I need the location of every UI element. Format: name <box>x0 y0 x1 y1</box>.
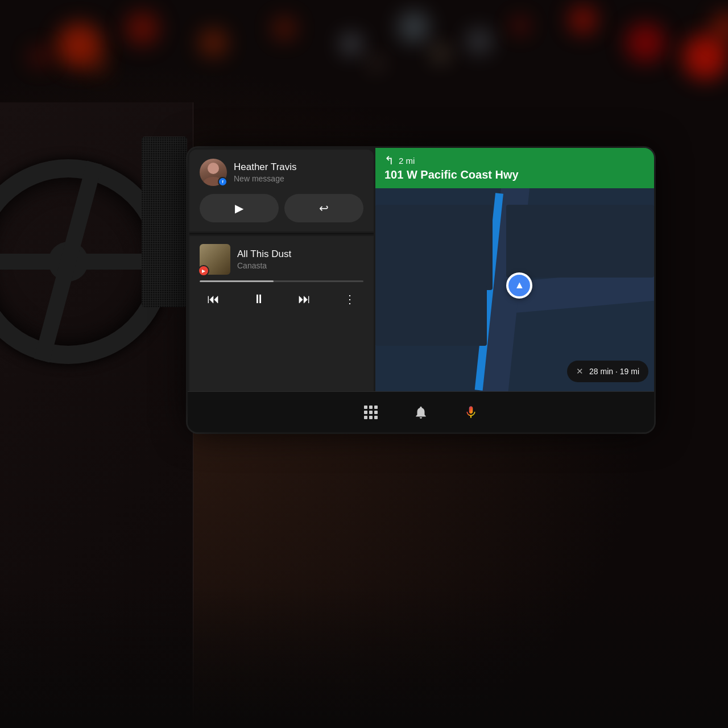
infotainment-screen: f Heather Travis New message ▶ ↩ <box>188 148 654 432</box>
bokeh-light <box>341 34 361 54</box>
bokeh-light <box>125 11 159 46</box>
map-block-3 <box>375 285 487 346</box>
contact-info: f Heather Travis New message <box>200 159 363 186</box>
bokeh-light <box>370 57 382 69</box>
reply-icon: ↩ <box>319 201 329 215</box>
music-card[interactable]: ▶ All This Dust Canasta ⏮ <box>189 236 374 391</box>
map-block-2 <box>506 205 654 278</box>
pause-button[interactable]: ⏸ <box>247 288 270 311</box>
notifications-button[interactable] <box>407 399 435 426</box>
eta-text: 28 min · 19 mi <box>589 367 639 376</box>
eta-card[interactable]: ✕ 28 min · 19 mi <box>567 361 648 382</box>
bell-icon <box>413 405 428 420</box>
song-title: All This Dust <box>237 249 291 260</box>
bokeh-light <box>569 6 597 34</box>
message-subtitle: New message <box>234 174 297 183</box>
play-message-button[interactable]: ▶ <box>200 194 279 222</box>
car-interior <box>0 102 193 728</box>
microphone-icon <box>464 405 478 420</box>
apps-grid-icon <box>364 406 378 419</box>
bokeh-light <box>91 57 108 74</box>
message-actions: ▶ ↩ <box>200 194 363 222</box>
map-block-1 <box>375 205 493 290</box>
skip-back-icon: ⏮ <box>207 292 220 307</box>
bokeh-light <box>398 11 429 43</box>
youtube-music-badge: ▶ <box>198 265 209 276</box>
turn-arrow-icon: ↰ <box>384 154 394 167</box>
contact-name: Heather Travis <box>234 162 297 173</box>
bokeh-light <box>626 23 665 63</box>
card-separator <box>189 233 374 234</box>
more-options-button[interactable]: ⋮ <box>338 288 361 311</box>
navigation-banner: ↰ 2 mi 101 W Pacific Coast Hwy <box>375 148 654 188</box>
nav-street-text: 101 W Pacific Coast Hwy <box>384 168 645 181</box>
bottom-nav-bar <box>188 391 654 432</box>
skip-forward-button[interactable]: ⏭ <box>293 288 316 311</box>
message-card[interactable]: f Heather Travis New message ▶ ↩ <box>189 150 374 231</box>
music-text: All This Dust Canasta <box>237 249 291 270</box>
progress-fill <box>200 280 274 282</box>
bokeh-light <box>432 46 448 61</box>
pause-icon: ⏸ <box>253 292 265 307</box>
skip-forward-icon: ⏭ <box>298 292 311 307</box>
artist-name: Canasta <box>237 261 291 270</box>
bokeh-light <box>466 28 492 54</box>
album-art: ▶ <box>200 244 230 275</box>
contact-text-info: Heather Travis New message <box>234 162 297 183</box>
play-icon: ▶ <box>235 201 243 215</box>
messenger-badge: f <box>218 177 228 187</box>
bokeh-light <box>28 46 51 68</box>
speaker-grille <box>142 136 187 307</box>
music-info: ▶ All This Dust Canasta <box>200 244 363 275</box>
navigation-arrow-icon: ▲ <box>514 279 524 291</box>
screen-content: f Heather Travis New message ▶ ↩ <box>188 148 654 391</box>
left-panel: f Heather Travis New message ▶ ↩ <box>188 148 375 391</box>
reply-button[interactable]: ↩ <box>284 194 363 222</box>
progress-bar[interactable] <box>200 280 363 282</box>
bokeh-light <box>512 17 529 34</box>
microphone-button[interactable] <box>457 399 485 426</box>
bokeh-light <box>273 17 296 40</box>
skip-back-button[interactable]: ⏮ <box>202 288 225 311</box>
apps-button[interactable] <box>357 399 384 426</box>
more-icon: ⋮ <box>344 292 356 306</box>
eta-close-icon[interactable]: ✕ <box>576 366 584 377</box>
avatar-wrapper: f <box>200 159 227 186</box>
nav-distance-row: ↰ 2 mi <box>384 154 645 167</box>
map-panel[interactable]: ↰ 2 mi 101 W Pacific Coast Hwy ▲ ✕ 28 mi… <box>375 148 654 391</box>
bokeh-light <box>199 28 228 57</box>
music-controls: ⏮ ⏸ ⏭ ⋮ <box>200 288 363 311</box>
nav-distance-text: 2 mi <box>399 156 415 166</box>
